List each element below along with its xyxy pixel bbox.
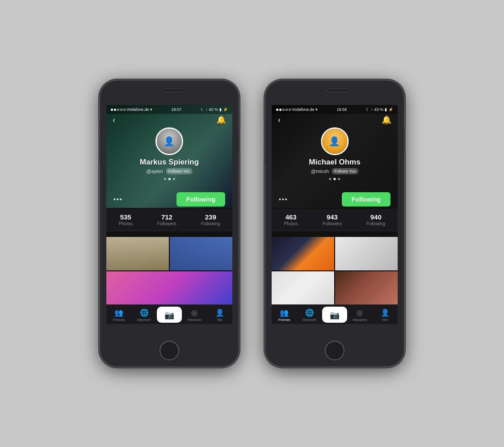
- stat-photos-label: Photos: [119, 221, 133, 226]
- user-name: Markus Spiering: [140, 158, 199, 167]
- user-meta: @spieri Follows You: [146, 168, 193, 174]
- phone-2-body: Vodafone.de ▾ 18:58 ☾ ↑ 43 % ▮ ⚡ ‹ 🔔: [265, 80, 404, 367]
- stat-photos: 535 Photos: [119, 213, 133, 226]
- me-icon: 👤: [215, 308, 224, 317]
- user-handle-2: @micoh: [311, 169, 329, 174]
- photo-grid: [106, 237, 232, 304]
- home-button-2[interactable]: [325, 341, 344, 360]
- photo2-3[interactable]: [272, 271, 334, 305]
- carrier-name-2: Vodafone.de: [292, 107, 315, 112]
- time-display-2: 18:58: [337, 107, 347, 112]
- tab2-camera[interactable]: 📷: [322, 307, 347, 323]
- home-button[interactable]: [160, 341, 179, 360]
- stat-followers-number: 712: [161, 213, 172, 221]
- phone-2: Vodafone.de ▾ 18:58 ☾ ↑ 43 % ▮ ⚡ ‹ 🔔: [265, 80, 404, 367]
- friends-label: Friends: [113, 318, 125, 322]
- tab-camera-wrapper: 📷: [157, 307, 182, 323]
- page-dots: [164, 178, 175, 180]
- stat2-photos: 463 Photos: [284, 213, 298, 226]
- phone-2-screen: Vodafone.de ▾ 18:58 ☾ ↑ 43 % ▮ ⚡ ‹ 🔔: [272, 105, 398, 324]
- tab-missions[interactable]: ◎ Missions: [182, 308, 207, 322]
- camera-icon-2: 📷: [330, 310, 340, 320]
- follows-you-badge-2: Follows You: [332, 168, 358, 174]
- stat-photos-number: 535: [120, 213, 131, 221]
- friends-label-2: Friends: [278, 318, 290, 322]
- friends-icon: 👥: [114, 308, 123, 317]
- tab-bar: 👥 Friends 🌐 Discover 📷 ◎ Missions: [106, 304, 232, 324]
- action-row: ••• Following: [106, 192, 232, 207]
- tab-discover[interactable]: 🌐 Discover: [131, 308, 156, 322]
- status-right-2: ☾ ↑ 43 % ▮ ⚡: [366, 107, 393, 112]
- more-button-2[interactable]: •••: [279, 196, 288, 203]
- moon-icon: ☾: [201, 107, 204, 112]
- page-dot-1: [164, 178, 166, 180]
- discover-label: Discover: [137, 318, 151, 322]
- stat-following-number: 239: [205, 213, 216, 221]
- stat2-photos-number: 463: [286, 213, 297, 221]
- signal2-dot-5: [289, 109, 291, 111]
- user-meta-2: @micoh Follows You: [311, 168, 359, 174]
- avatar: 👤: [155, 127, 183, 155]
- avatar-area-2: 👤 Michael Ohms @micoh Follows You: [309, 127, 360, 180]
- discover-icon-2: 🌐: [305, 308, 314, 317]
- tab-friends[interactable]: 👥 Friends: [106, 308, 131, 322]
- signal2-dot-2: [279, 109, 281, 111]
- status-left-2: Vodafone.de ▾: [276, 107, 318, 112]
- stat-followers: 712 Followers: [157, 213, 176, 226]
- stat2-following: 940 Following: [366, 213, 385, 226]
- me-icon-2: 👤: [381, 308, 390, 317]
- tab2-discover[interactable]: 🌐 Discover: [297, 308, 322, 322]
- following-button[interactable]: Following: [176, 192, 225, 207]
- stat2-following-label: Following: [366, 221, 385, 226]
- me-label: Me: [217, 318, 222, 322]
- stats-row: 535 Photos 712 Followers 239 Following: [106, 209, 232, 231]
- page-dot2-1: [329, 178, 331, 180]
- moon-icon-2: ☾: [366, 107, 370, 112]
- photo2-1[interactable]: [272, 237, 334, 270]
- tab-camera[interactable]: 📷: [157, 307, 182, 323]
- charging-icon-2: ⚡: [388, 107, 393, 112]
- signal-2: [276, 109, 291, 111]
- camera-icon: 📷: [164, 310, 174, 320]
- top-nav: ‹ 🔔: [106, 115, 232, 125]
- tab2-friends[interactable]: 👥 Friends: [272, 308, 297, 322]
- signal2-dot-4: [286, 109, 288, 111]
- photo2-2[interactable]: [335, 237, 398, 270]
- signal2-dot-1: [276, 109, 278, 111]
- me-label-2: Me: [382, 318, 387, 322]
- signal: [111, 109, 126, 111]
- phone-2-top-detail: [320, 89, 349, 92]
- more-button[interactable]: •••: [113, 196, 123, 203]
- status-right: ☾ ↑ 42 % ▮ ⚡: [201, 107, 228, 112]
- photo-1[interactable]: [106, 237, 169, 270]
- status-bar: Vodafone.de ▾ 18:57 ☾ ↑ 42 % ▮ ⚡: [106, 105, 232, 114]
- missions-label: Missions: [188, 318, 202, 322]
- action-row-2: ••• Following: [272, 192, 398, 207]
- avatar-2: 👤: [321, 127, 349, 155]
- battery-icon: ▮: [219, 107, 222, 112]
- bell-button[interactable]: 🔔: [216, 115, 226, 125]
- status-bar-2: Vodafone.de ▾ 18:58 ☾ ↑ 43 % ▮ ⚡: [272, 105, 398, 114]
- battery-icon-2: ▮: [385, 107, 387, 112]
- back-button[interactable]: ‹: [113, 115, 115, 125]
- signal-dot-1: [111, 109, 113, 111]
- tab2-me[interactable]: 👤 Me: [373, 308, 398, 322]
- photo-3[interactable]: [106, 271, 232, 305]
- bell-button-2[interactable]: 🔔: [382, 115, 391, 125]
- speaker: [162, 89, 184, 92]
- back-button-2[interactable]: ‹: [278, 115, 281, 125]
- tab-me[interactable]: 👤 Me: [207, 308, 232, 322]
- discover-label-2: Discover: [302, 318, 316, 322]
- photo-2[interactable]: [170, 237, 232, 270]
- time-display: 18:57: [172, 107, 182, 112]
- carrier-name: Vodafone.de: [126, 107, 149, 112]
- missions-icon-2: ◎: [357, 308, 363, 317]
- signal-dot-5: [123, 109, 126, 111]
- tab2-missions[interactable]: ◎ Missions: [347, 308, 372, 322]
- following-button-2[interactable]: Following: [342, 192, 391, 207]
- stat2-photos-label: Photos: [284, 221, 298, 226]
- stat-followers-label: Followers: [157, 221, 176, 226]
- stat2-following-number: 940: [370, 213, 382, 221]
- photo2-4[interactable]: [335, 271, 398, 305]
- phone-1-top-detail: [155, 89, 184, 92]
